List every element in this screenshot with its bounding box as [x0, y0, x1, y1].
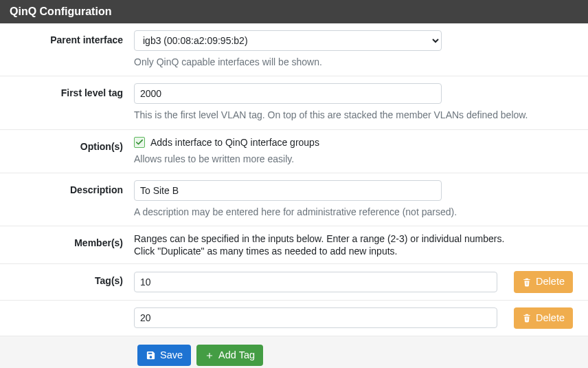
tag-input-0[interactable] — [134, 272, 497, 292]
row-description: Description A description may be entered… — [0, 173, 588, 226]
description-input[interactable] — [134, 180, 442, 201]
delete-label: Delete — [536, 312, 565, 324]
trash-icon — [522, 277, 532, 287]
help-options: Allows rules to be written more easily. — [134, 152, 573, 166]
qinq-config-panel: QinQ Configuration Parent interface igb3… — [0, 0, 588, 368]
help-first-level-tag: This is the first level VLAN tag. On top… — [134, 108, 573, 122]
row-options: Option(s) Adds interface to QinQ interfa… — [0, 130, 588, 173]
row-members: Member(s) Ranges can be specified in the… — [0, 226, 588, 264]
add-tag-label: Add Tag — [218, 349, 255, 361]
delete-tag-button-0[interactable]: Delete — [514, 271, 573, 292]
row-first-level-tag: First level tag This is the first level … — [0, 76, 588, 129]
first-level-tag-input[interactable] — [134, 83, 442, 104]
option-text: Adds interface to QinQ interface groups — [150, 137, 319, 148]
footer-actions: Save Add Tag — [0, 336, 588, 368]
delete-tag-button-1[interactable]: Delete — [514, 307, 573, 329]
check-icon — [136, 139, 143, 146]
option-checkbox[interactable] — [134, 137, 145, 148]
label-tags: Tag(s) — [0, 271, 134, 286]
help-members-line1: Ranges can be specified in the inputs be… — [134, 233, 573, 244]
row-parent-interface: Parent interface igb3 (00:08:a2:09:95:b2… — [0, 23, 588, 76]
help-parent-interface: Only QinQ capable interfaces will be sho… — [134, 55, 573, 69]
parent-interface-select[interactable]: igb3 (00:08:a2:09:95:b2) — [134, 30, 442, 51]
label-parent-interface: Parent interface — [0, 30, 134, 45]
label-members: Member(s) — [0, 233, 134, 248]
save-icon — [146, 350, 156, 360]
delete-label: Delete — [536, 276, 565, 288]
save-button[interactable]: Save — [137, 345, 191, 366]
add-tag-button[interactable]: Add Tag — [196, 345, 263, 366]
help-description: A description may be entered here for ad… — [134, 205, 573, 219]
help-members-line2: Click "Duplicate" as many times as neede… — [134, 246, 573, 257]
save-label: Save — [160, 349, 183, 361]
label-first-level-tag: First level tag — [0, 83, 134, 98]
panel-title: QinQ Configuration — [0, 0, 588, 23]
row-tag-0: Tag(s) Delete — [0, 264, 588, 300]
label-description: Description — [0, 180, 134, 195]
trash-icon — [522, 313, 532, 323]
label-options: Option(s) — [0, 137, 134, 152]
tag-input-1[interactable] — [134, 307, 497, 328]
row-tag-1: Delete — [0, 301, 588, 336]
plus-icon — [205, 351, 214, 360]
